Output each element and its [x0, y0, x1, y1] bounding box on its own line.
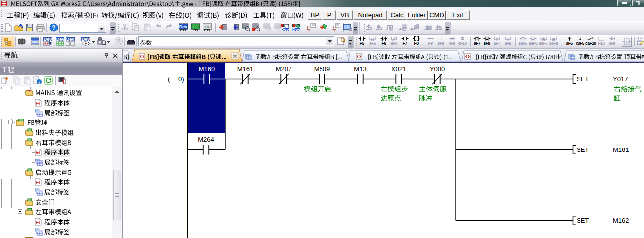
svg-text:M13: M13 — [354, 65, 366, 73]
svg-text:Dev: Dev — [179, 24, 188, 29]
svg-text:M207: M207 — [276, 65, 292, 73]
svg-text:SET: SET — [577, 146, 589, 153]
svg-text:Dev: Dev — [82, 37, 90, 42]
svg-text:Y017: Y017 — [613, 75, 628, 83]
svg-text:110: 110 — [204, 25, 211, 29]
svg-text:M509: M509 — [314, 65, 330, 73]
svg-text:ST: ST — [624, 40, 629, 44]
svg-text:M161: M161 — [613, 146, 629, 153]
svg-text:0): 0) — [178, 75, 184, 83]
svg-text:SET: SET — [577, 75, 589, 83]
svg-text:?: ? — [117, 38, 121, 44]
svg-text:X021: X021 — [391, 65, 406, 73]
svg-text:Y000: Y000 — [430, 65, 445, 73]
svg-text:M160: M160 — [199, 65, 215, 73]
svg-text:Dev: Dev — [66, 37, 75, 42]
svg-text:SET: SET — [577, 217, 589, 224]
svg-text:Dev: Dev — [56, 37, 64, 42]
svg-text:M162: M162 — [613, 217, 629, 224]
svg-text:Dev: Dev — [44, 37, 52, 42]
svg-text:Dev: Dev — [281, 27, 289, 32]
svg-text:M161: M161 — [237, 65, 254, 73]
svg-text:Dev: Dev — [292, 27, 300, 32]
svg-text:(: ( — [168, 75, 170, 83]
svg-text:M264: M264 — [198, 136, 214, 143]
svg-text:?: ? — [52, 24, 55, 31]
